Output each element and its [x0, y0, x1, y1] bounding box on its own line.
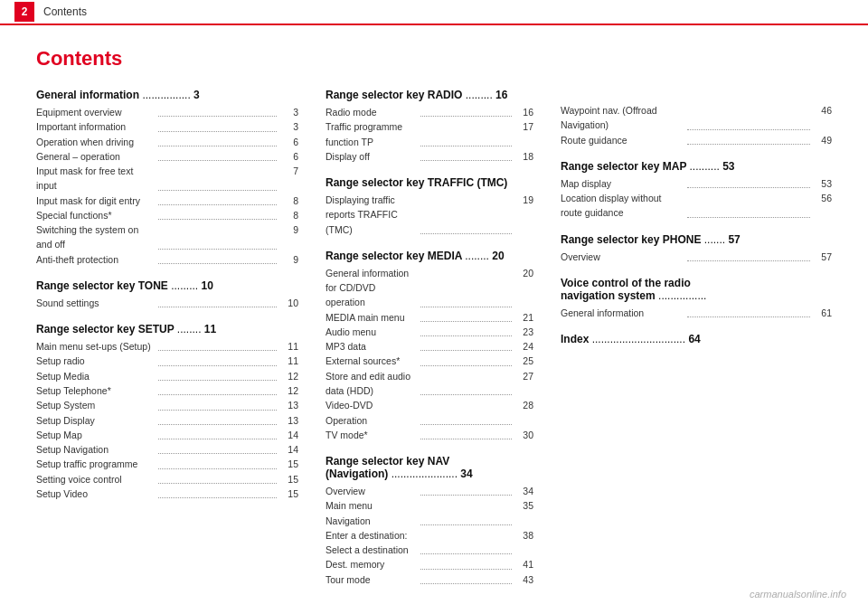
toc-entry: Switching the system on and off9: [36, 222, 298, 252]
toc-entry: Setup System13: [36, 398, 298, 412]
toc-entry: Setup Map14: [36, 428, 298, 442]
toc-entry: Enter a destination: Select a destinatio…: [326, 528, 533, 558]
toc-entry: Sound settings10: [36, 296, 298, 310]
top-bar: 2 Contents: [0, 0, 868, 25]
toc-entry: MP3 data24: [326, 339, 533, 354]
toc-entry: Overview34: [326, 484, 533, 498]
section-nav: Range selector key NAV(Navigation) .....…: [326, 455, 533, 587]
toc-left-column: General information ................ 3 E…: [36, 89, 298, 587]
toc-entry: Audio menu23: [326, 325, 533, 339]
toc-entry: Equipment overview3: [36, 105, 298, 119]
toc-entry: General – operation6: [36, 149, 298, 164]
toc-entry: MEDIA main menu21: [326, 310, 533, 325]
section-heading-index: Index ............................... 64: [561, 333, 832, 345]
toc-entry: Displaying traffic reports TRAFFIC (TMC)…: [326, 193, 533, 237]
toc-entry: Main menu Navigation35: [326, 498, 533, 528]
toc-entry: Input mask for free text input7: [36, 164, 298, 194]
section-media: Range selector key MEDIA ........ 20 Gen…: [326, 250, 533, 442]
toc-entry: Setup Telephone*12: [36, 383, 298, 398]
watermark: carmanualsonline.info: [750, 589, 846, 600]
toc-entry: Operation when driving6: [36, 135, 298, 149]
toc-entry: Store and edit audio data (HDD)27: [326, 369, 533, 399]
toc-entry: TV mode*30: [326, 428, 533, 442]
page-number-badge: 2: [14, 2, 34, 22]
toc-entry: Anti-theft protection9: [36, 252, 298, 267]
toc-entry: Input mask for digit entry8: [36, 194, 298, 208]
section-heading-setup: Range selector key SETUP ........ 11: [36, 323, 298, 335]
toc-entry: Overview57: [561, 250, 832, 264]
toc-entry: Setup Display13: [36, 413, 298, 428]
section-voice-control: Voice control of the radionavigation sys…: [561, 277, 832, 320]
section-heading-voice: Voice control of the radionavigation sys…: [561, 277, 832, 302]
toc-entry: Setup Navigation14: [36, 442, 298, 457]
page-title: Contents: [36, 47, 832, 71]
toc-entry: Waypoint nav. (Offroad Navigation)46: [561, 103, 832, 133]
section-heading-tone: Range selector key TONE ......... 10: [36, 279, 298, 292]
toc-right-column: Range selector key RADIO ......... 16 Ra…: [326, 89, 832, 587]
toc-entry: Dest. memory41: [326, 557, 533, 571]
section-heading-phone: Range selector key PHONE ....... 57: [561, 233, 832, 246]
right-col-b: Waypoint nav. (Offroad Navigation)46 Rou…: [561, 89, 832, 587]
section-setup: Range selector key SETUP ........ 11 Mai…: [36, 323, 298, 501]
section-nav-continued: Waypoint nav. (Offroad Navigation)46 Rou…: [561, 89, 832, 147]
toc-columns: General information ................ 3 E…: [36, 89, 832, 587]
section-phone: Range selector key PHONE ....... 57 Over…: [561, 233, 832, 264]
section-heading-traffic: Range selector key TRAFFIC (TMC): [326, 176, 533, 189]
toc-entry: Location display without route guidance5…: [561, 191, 832, 221]
toc-entry: Special functions*8: [36, 208, 298, 222]
toc-entry: Map display53: [561, 176, 832, 191]
toc-entry: Video-DVD Operation28: [326, 398, 533, 428]
toc-entry: Tour mode43: [326, 572, 533, 587]
section-heading-map: Range selector key MAP .......... 53: [561, 160, 832, 173]
section-heading-general: General information ................ 3: [36, 89, 298, 101]
section-tone: Range selector key TONE ......... 10 Sou…: [36, 279, 298, 310]
toc-entry: Main menu set-ups (Setup)11: [36, 339, 298, 354]
toc-entry: Setup radio11: [36, 354, 298, 368]
toc-entry: Route guidance49: [561, 133, 832, 147]
main-content: Contents General information ...........…: [0, 25, 868, 609]
right-inner: Range selector key RADIO ......... 16 Ra…: [326, 89, 832, 587]
toc-entry: Setup Video15: [36, 486, 298, 501]
toc-entry: External sources*25: [326, 354, 533, 368]
toc-entry: General information61: [561, 306, 832, 320]
toc-entry: Setting voice control15: [36, 472, 298, 486]
section-map: Range selector key MAP .......... 53 Map…: [561, 160, 832, 221]
section-traffic: Range selector key TRAFFIC (TMC) Display…: [326, 176, 533, 237]
section-general-information: General information ................ 3 E…: [36, 89, 298, 267]
toc-entry: Setup traffic programme15: [36, 457, 298, 471]
toc-entry: Important information3: [36, 119, 298, 134]
toc-entry: Traffic programme function TP17: [326, 119, 533, 149]
section-heading-nav: Range selector key NAV(Navigation) .....…: [326, 455, 533, 480]
section-index: Index ............................... 64: [561, 333, 832, 345]
right-col-a: Range selector key RADIO ......... 16 Ra…: [326, 89, 533, 587]
section-heading-media: Range selector key MEDIA ........ 20: [326, 250, 533, 262]
toc-entry: Display off18: [326, 149, 533, 164]
top-bar-title: Contents: [43, 5, 87, 18]
toc-entry: Radio mode16: [326, 105, 533, 119]
toc-entry: Setup Media12: [36, 369, 298, 383]
toc-entry: General information for CD/DVD operation…: [326, 266, 533, 310]
section-heading-radio: Range selector key RADIO ......... 16: [326, 89, 533, 101]
section-radio: Range selector key RADIO ......... 16 Ra…: [326, 89, 533, 164]
